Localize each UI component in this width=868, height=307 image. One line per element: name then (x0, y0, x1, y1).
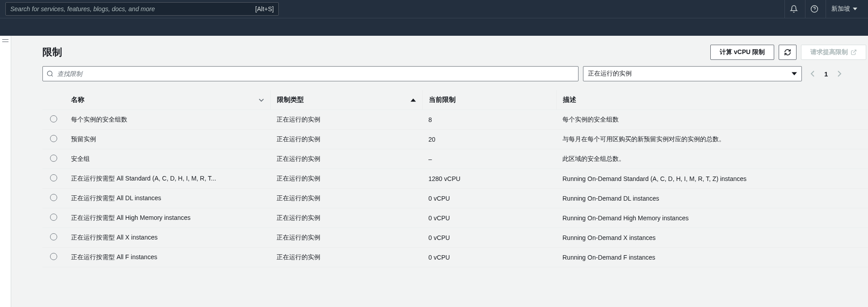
row-type-cell: 正在运行的实例 (270, 130, 422, 149)
svg-point-3 (47, 71, 52, 76)
col-header-type[interactable]: 限制类型 (270, 90, 422, 110)
row-select-cell (42, 130, 65, 149)
row-desc-cell: Running On-Demand F instances (556, 248, 868, 267)
col-header-name[interactable]: 名称 (65, 90, 270, 110)
row-limit-cell: 0 vCPU (422, 248, 556, 267)
help-icon (810, 5, 818, 13)
limits-table: 名称 限制类型 (42, 90, 868, 267)
row-select-radio[interactable] (50, 214, 57, 221)
calculate-vcpu-button[interactable]: 计算 vCPU 限制 (710, 45, 774, 60)
col-header-desc[interactable]: 描述 (556, 90, 868, 110)
filter-search-input[interactable] (54, 70, 574, 77)
filter-search-box[interactable] (42, 66, 579, 81)
row-type-cell: 正在运行的实例 (270, 208, 422, 228)
row-limit-cell: 0 vCPU (422, 208, 556, 228)
sub-navbar (0, 18, 868, 36)
row-select-cell (42, 149, 65, 169)
col-header-type-label: 限制类型 (277, 96, 304, 104)
request-limit-label: 请求提高限制 (810, 48, 848, 56)
col-header-desc-label: 描述 (563, 96, 576, 103)
table-row: 正在运行按需型 All X instances正在运行的实例0 vCPURunn… (42, 228, 868, 248)
col-header-name-label: 名称 (71, 96, 84, 104)
col-header-current-label: 当前限制 (429, 96, 456, 103)
refresh-button[interactable] (779, 45, 797, 60)
row-select-cell (42, 110, 65, 130)
row-desc-cell: 每个实例的安全组数 (556, 110, 868, 130)
page-title: 限制 (42, 46, 62, 59)
caret-down-icon (853, 8, 857, 10)
sort-asc-icon (411, 98, 416, 102)
row-name-cell: 每个实例的安全组数 (65, 110, 270, 130)
row-name-cell: 预留实例 (65, 130, 270, 149)
chevron-left-icon (810, 71, 815, 77)
row-name-cell: 正在运行按需型 All Standard (A, C, D, H, I, M, … (65, 169, 270, 189)
row-select-radio[interactable] (50, 253, 57, 260)
svg-line-2 (853, 50, 856, 53)
row-type-cell: 正在运行的实例 (270, 189, 422, 208)
row-select-radio[interactable] (50, 115, 57, 122)
row-limit-cell: 0 vCPU (422, 228, 556, 248)
row-name-cell: 安全组 (65, 149, 270, 169)
search-icon (46, 70, 54, 77)
pager-prev-button[interactable] (806, 67, 819, 80)
row-desc-cell: 此区域的安全组总数。 (556, 149, 868, 169)
table-row: 每个实例的安全组数正在运行的实例8每个实例的安全组数 (42, 110, 868, 130)
pagination: 1 (806, 67, 846, 80)
top-navbar: [Alt+S] 新加坡 (0, 0, 868, 18)
sort-dropdown-icon (259, 98, 264, 102)
nav-search-wrapper[interactable]: [Alt+S] (5, 2, 279, 16)
row-select-radio[interactable] (50, 174, 57, 181)
caret-down-icon (792, 72, 797, 76)
region-label: 新加坡 (831, 5, 850, 13)
table-row: 预留实例正在运行的实例20与每月在每个可用区购买的新预留实例对应的实例的总数。 (42, 130, 868, 149)
row-type-cell: 正在运行的实例 (270, 248, 422, 267)
row-desc-cell: 与每月在每个可用区购买的新预留实例对应的实例的总数。 (556, 130, 868, 149)
external-link-icon (851, 49, 857, 55)
row-desc-cell: Running On-Demand X instances (556, 228, 868, 248)
row-select-radio[interactable] (50, 155, 57, 162)
nav-right: 新加坡 (784, 0, 863, 18)
col-header-current[interactable]: 当前限制 (422, 90, 556, 110)
svg-line-4 (51, 75, 53, 76)
row-select-radio[interactable] (50, 233, 57, 240)
notifications-button[interactable] (784, 0, 802, 18)
row-select-cell (42, 208, 65, 228)
help-button[interactable] (805, 0, 823, 18)
sidebar-toggle[interactable] (0, 36, 11, 307)
pager-page-number: 1 (821, 70, 831, 78)
table-row: 安全组正在运行的实例–此区域的安全组总数。 (42, 149, 868, 169)
table-row: 正在运行按需型 All Standard (A, C, D, H, I, M, … (42, 169, 868, 189)
nav-search-input[interactable] (10, 5, 255, 13)
row-select-cell (42, 248, 65, 267)
nav-search-shortcut: [Alt+S] (255, 5, 274, 13)
row-limit-cell: 20 (422, 130, 556, 149)
row-desc-cell: Running On-Demand DL instances (556, 189, 868, 208)
chevron-right-icon (837, 71, 842, 77)
table-row: 正在运行按需型 All DL instances正在运行的实例0 vCPURun… (42, 189, 868, 208)
bell-icon (790, 5, 798, 13)
row-limit-cell: 1280 vCPU (422, 169, 556, 189)
request-limit-increase-button[interactable]: 请求提高限制 (801, 45, 866, 60)
row-select-radio[interactable] (50, 194, 57, 201)
row-type-cell: 正在运行的实例 (270, 169, 422, 189)
refresh-icon (784, 49, 791, 56)
page-actions: 计算 vCPU 限制 请求提高限制 (710, 45, 866, 60)
row-desc-cell: Running On-Demand High Memory instances (556, 208, 868, 228)
pager-next-button[interactable] (833, 67, 846, 80)
row-name-cell: 正在运行按需型 All F instances (65, 248, 270, 267)
row-name-cell: 正在运行按需型 All High Memory instances (65, 208, 270, 228)
filter-type-select[interactable]: 正在运行的实例 (583, 66, 802, 81)
row-limit-cell: 8 (422, 110, 556, 130)
row-select-cell (42, 189, 65, 208)
main-content: 限制 计算 vCPU 限制 请求提高限制 (11, 36, 868, 307)
row-type-cell: 正在运行的实例 (270, 110, 422, 130)
filter-select-value: 正在运行的实例 (588, 70, 632, 78)
row-name-cell: 正在运行按需型 All X instances (65, 228, 270, 248)
row-select-cell (42, 169, 65, 189)
table-row: 正在运行按需型 All F instances正在运行的实例0 vCPURunn… (42, 248, 868, 267)
row-select-cell (42, 228, 65, 248)
region-selector[interactable]: 新加坡 (826, 0, 863, 18)
row-select-radio[interactable] (50, 135, 57, 142)
row-limit-cell: – (422, 149, 556, 169)
hamburger-icon (2, 39, 8, 42)
